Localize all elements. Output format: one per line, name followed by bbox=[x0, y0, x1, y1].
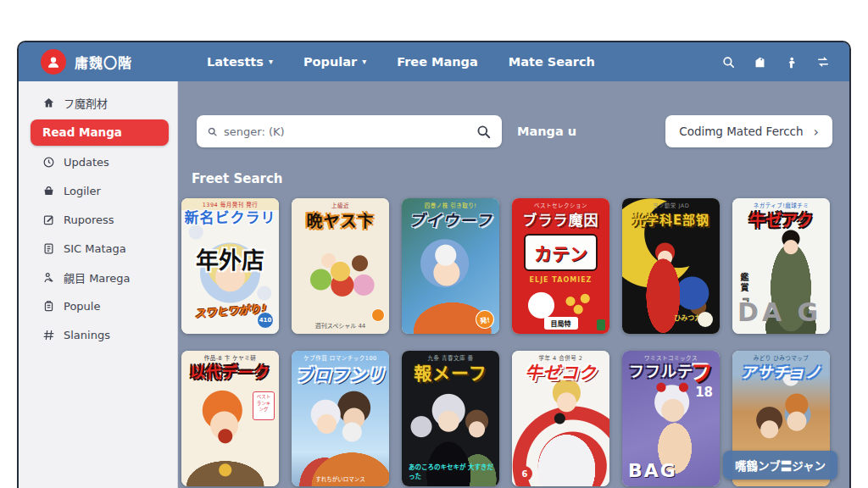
cover-title: 光学科E部钢 bbox=[622, 210, 720, 228]
top-navbar: 庸魏〇階 Latestts ▾ Popular ▾ Free Manga Mat… bbox=[19, 42, 849, 81]
browser-window: 庸魏〇階 Latestts ▾ Popular ▾ Free Manga Mat… bbox=[17, 41, 851, 488]
nav-menu: Latestts ▾ Popular ▾ Free Manga Mate Sea… bbox=[207, 55, 595, 69]
cover-badge: 410 bbox=[257, 312, 274, 329]
manga-cover[interactable]: 上級近 晩ヤス卞 週刊スペシャル 44 bbox=[292, 198, 389, 334]
nav-item-mate-search[interactable]: Mate Search bbox=[509, 55, 595, 69]
cover-badge bbox=[371, 308, 385, 322]
section-title: Freet Search bbox=[192, 171, 849, 186]
home-icon bbox=[42, 97, 55, 109]
manga-cover[interactable]: ワミストコミックス フフルテ フ 18 BAG bbox=[622, 351, 720, 486]
sidebar-item-slanings[interactable]: Slanings bbox=[19, 320, 177, 349]
navbar-actions bbox=[721, 55, 831, 69]
sidebar-item-ruporess[interactable]: Ruporess bbox=[19, 205, 177, 234]
manga-cover[interactable]: ヨツ動栄 JAD 光学科E部钢 ひみつガレ! bbox=[622, 198, 720, 334]
document-icon bbox=[42, 242, 55, 255]
clipboard-icon bbox=[42, 300, 55, 313]
sidebar-item-read-manga[interactable]: Read Manga bbox=[19, 117, 177, 147]
chevron-down-icon: ▾ bbox=[362, 58, 366, 66]
chevron-down-icon: ▾ bbox=[269, 58, 273, 66]
nav-item-free-manga[interactable]: Free Manga bbox=[397, 55, 478, 69]
site-title: 庸魏〇階 bbox=[75, 52, 132, 72]
cover-badge: 6 bbox=[517, 466, 532, 481]
manga-cover[interactable]: ベストセレクション ブララ魔因 カテン ELJE TAOMIEZ 目局特 bbox=[512, 198, 609, 334]
sidebar-item-sic-mataga[interactable]: SIC Mataga bbox=[19, 234, 177, 263]
manga-cover[interactable]: 1394 毎月発刊 発行 新名ビクラリ 年外店 スワヒワがり! 410 bbox=[181, 198, 279, 334]
sidebar-item-home[interactable]: フ魔剤材 bbox=[19, 88, 177, 117]
sidebar-item-popule[interactable]: Popule bbox=[19, 291, 177, 320]
clock-icon bbox=[42, 156, 55, 169]
age-rating-badge: 18 bbox=[695, 385, 713, 400]
manga-cover[interactable]: ケブ作賞 ロマンチック100 ブロフンリ すれちがいロマンス bbox=[292, 351, 389, 486]
cover-title: 晩ヤス卞 bbox=[292, 208, 389, 231]
search-submit-icon[interactable] bbox=[476, 124, 492, 140]
site-logo[interactable]: 庸魏〇階 bbox=[41, 49, 183, 75]
cover-title: 以代デーク bbox=[181, 360, 279, 382]
main-content: Manga u Codimg Mated Fercch › Freet Sear… bbox=[178, 81, 849, 488]
person-icon bbox=[42, 271, 55, 284]
manga-cover[interactable]: 九条 青春文庫 番 報メーフ あのころのキセキが 大すきだった bbox=[402, 351, 499, 486]
search-input[interactable] bbox=[224, 125, 476, 138]
nav-item-popular[interactable]: Popular ▾ bbox=[303, 55, 366, 69]
manga-cover[interactable]: 学年 4 合併号 2 牛ゼコク 6 bbox=[512, 351, 609, 486]
sidebar-item-manage[interactable]: 覦目 Marega bbox=[19, 263, 177, 291]
search-icon[interactable] bbox=[721, 55, 736, 69]
edit-icon bbox=[42, 214, 55, 226]
cover-title: 新名ビクラリ bbox=[181, 206, 279, 227]
cover-title: 報メーフ bbox=[402, 359, 499, 385]
cover-title: 牛ゼコク bbox=[512, 359, 609, 384]
nav-item-latests[interactable]: Latestts ▾ bbox=[207, 55, 273, 69]
chevron-right-icon: › bbox=[814, 124, 819, 140]
cover-title: ブララ魔因 bbox=[512, 208, 609, 230]
sidebar: フ魔剤材 Read Manga Updates Logiler bbox=[19, 81, 178, 488]
sidebar-item-updates[interactable]: Updates bbox=[19, 147, 177, 176]
active-item-pill: Read Manga bbox=[31, 119, 169, 146]
tooltip-badge: 嘴鶴ンブ〓ジャン bbox=[723, 451, 837, 480]
cover-title: ブロフンリ bbox=[292, 362, 389, 386]
sort-icon[interactable] bbox=[815, 55, 831, 69]
coding-mated-ferch-button[interactable]: Codimg Mated Fercch › bbox=[665, 115, 832, 147]
bookmark-icon[interactable] bbox=[753, 55, 767, 69]
cover-title: ブイウーフ bbox=[402, 208, 499, 230]
manga-grid: 1394 毎月発刊 発行 新名ビクラリ 年外店 スワヒワがり! 410 上級近 … bbox=[178, 186, 849, 486]
sidebar-item-logiler[interactable]: Logiler bbox=[19, 176, 177, 205]
hash-icon bbox=[42, 329, 55, 341]
search-bar bbox=[197, 115, 502, 147]
user-logo-icon bbox=[41, 49, 66, 75]
search-icon bbox=[207, 126, 218, 137]
cover-title: アサチョノ bbox=[732, 360, 830, 382]
manga-cover[interactable]: ネガティブ!魔球チミ 牛ゼアク 鑑賞『 DA G bbox=[732, 198, 830, 334]
manga-cover[interactable]: 四巻ノ株 引き取り! ブイウーフ 発! bbox=[402, 198, 499, 334]
manga-label: Manga u bbox=[517, 125, 576, 138]
cover-title: 牛ゼアク bbox=[732, 208, 830, 230]
manga-cover[interactable]: 作品-8 卞 ケヤミ研 以代デーク ベスト ランキング bbox=[181, 351, 279, 486]
cover-badge bbox=[698, 312, 713, 327]
profile-icon[interactable] bbox=[784, 55, 798, 69]
basket-icon bbox=[42, 185, 55, 197]
